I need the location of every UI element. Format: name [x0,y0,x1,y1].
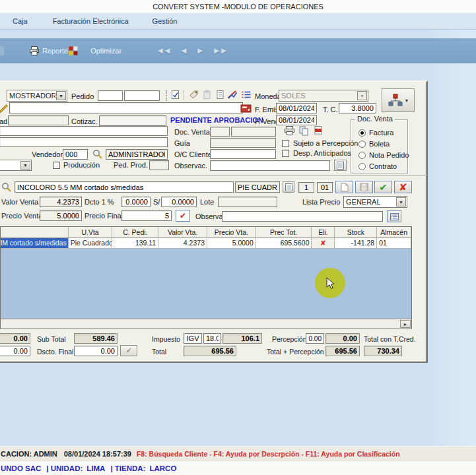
observac-item-input[interactable] [222,211,383,222]
total-mas-percepcion-field[interactable] [325,346,360,356]
verify-doc-icon[interactable] [170,90,180,100]
col-almacen[interactable]: Almacén [377,227,411,238]
cell-descripcion[interactable]: INCOLORO 5.5 MM cortado s/medidas [1,238,69,249]
col-cpedi[interactable]: C. Pedi. [112,227,158,238]
cliente-dir1-input[interactable] [0,126,168,136]
col-prectot[interactable]: Prec Tot. [256,227,312,238]
col-eli[interactable]: Eli. [312,227,335,238]
cell-stock[interactable]: -141.28 [335,238,377,249]
pedido-numero-input[interactable] [124,90,160,101]
guia-input[interactable] [210,138,276,148]
cliente-input[interactable] [9,102,243,113]
dcto-monto-input[interactable] [161,197,197,207]
radio-factura[interactable] [358,129,366,137]
doc-venta-numero-input[interactable] [231,127,276,137]
optimizar-button[interactable]: Optimizar [90,47,121,55]
lote-input[interactable] [218,197,277,207]
cell-uvta[interactable]: Pie Cuadrado [69,238,113,249]
chevron-down-icon[interactable]: ▼ [396,197,406,206]
edit-price-button[interactable]: ✔ [176,210,190,222]
percepcion-monto-field[interactable] [325,333,360,344]
cut-left-input[interactable] [8,115,69,125]
tag-icon[interactable] [189,90,199,100]
cell-valorvta[interactable]: 4.2373 [158,238,207,249]
vendedor-name-input[interactable] [106,149,168,160]
pedido-serie-input[interactable] [98,90,123,101]
pencil-icon[interactable] [0,102,9,113]
save-item-button[interactable] [355,181,373,193]
menu-item-caja[interactable]: Caja [3,17,37,25]
sub-total-field[interactable] [74,333,118,344]
oc-cliente-input[interactable] [210,149,276,159]
apply-dscto-button[interactable]: ✔ [120,345,137,356]
radio-boleta[interactable] [358,141,366,148]
cell-prectot[interactable]: 695.5600 [256,238,312,249]
document-icon[interactable] [215,90,225,100]
total-tcred-field[interactable] [364,346,402,356]
search-icon[interactable] [92,148,103,160]
left-cut-input-field[interactable] [0,346,30,356]
grid-hscrollbar[interactable]: ► [1,319,411,329]
radio-boleta-label[interactable]: Boleta [369,140,390,148]
new-item-button[interactable] [335,181,353,193]
reporte-button[interactable]: Reporte [42,47,68,55]
copy-icon[interactable] [298,125,310,136]
f-venc-input[interactable] [276,115,317,125]
left-cut-total-field[interactable] [0,333,30,344]
chevron-down-icon[interactable]: ▼ [56,91,66,100]
impuesto-pct-field[interactable] [203,333,221,344]
item-notes-button[interactable] [283,181,294,193]
item-search-icon[interactable] [1,181,12,193]
tipo-documento-combo[interactable]: MOSTRADOR ▼ [7,90,67,102]
produccion-checkbox[interactable] [53,162,60,169]
tree-view-button[interactable]: ▼ [382,88,415,112]
notes-button[interactable] [334,160,347,171]
doc-venta-serie-input[interactable] [210,127,230,137]
precio-venta-input[interactable] [40,210,82,221]
observac-header-input[interactable] [210,160,330,171]
radio-factura-label[interactable]: Factura [369,129,393,137]
moneda-combo[interactable]: SOLES ▼ [279,90,368,102]
edit-chart-icon[interactable] [227,90,238,100]
desp-anticipados-checkbox[interactable] [282,150,289,157]
total-field[interactable] [184,346,236,356]
nav-first-button[interactable]: ◄◄ [156,46,170,55]
radio-contrato-label[interactable]: Contrato [369,162,397,170]
radio-nota-pedido[interactable] [358,152,366,159]
confirm-item-button[interactable]: ✔ [374,181,392,193]
impuesto-monto-field[interactable] [222,333,262,344]
nav-prev-button[interactable]: ◄ [180,46,187,55]
item-unidad-input[interactable] [235,181,280,193]
dscto-final-input[interactable] [74,346,118,356]
prioridad-combo[interactable]: ▼ [0,160,32,171]
lista-precio-combo[interactable]: GENERAL ▼ [343,196,407,208]
cancel-item-button[interactable]: ✘ [394,181,412,193]
precio-final-input[interactable] [121,210,172,221]
scroll-right-button[interactable]: ► [400,320,411,328]
print-doc-icon[interactable] [284,125,295,136]
pdf-icon[interactable] [313,125,323,136]
nav-last-button[interactable]: ►► [213,46,227,55]
f-emis-input[interactable] [276,103,317,113]
col-uvta[interactable]: U.Vta [69,227,113,238]
col-preciovta[interactable]: Precio Vta. [207,227,256,238]
red-card-icon[interactable] [240,103,252,114]
item-num1-input[interactable] [298,182,314,193]
valor-venta-input[interactable] [40,197,82,207]
item-descripcion-input[interactable] [15,181,234,193]
chevron-down-icon[interactable]: ▼ [20,161,30,170]
paste-icon[interactable] [202,90,212,100]
item-list-button[interactable] [387,210,401,222]
sujeto-percepcion-checkbox[interactable] [282,140,289,147]
percepcion-pct-input[interactable] [306,333,324,344]
menu-item-facturacion[interactable]: Facturación Electrónica [44,17,138,25]
cell-almacen[interactable]: 01 [377,238,411,249]
ped-prod-input[interactable] [149,160,169,170]
item-num2-input[interactable] [317,182,333,193]
cell-cpedi[interactable]: 139.11 [112,238,158,249]
radio-nota-pedido-label[interactable]: Nota Pedido [369,151,409,159]
impuesto-tipo-field[interactable] [184,333,202,344]
cotizac-input[interactable] [99,115,166,126]
vendedor-code-input[interactable] [63,149,88,160]
cliente-dir2-input[interactable] [0,137,168,147]
